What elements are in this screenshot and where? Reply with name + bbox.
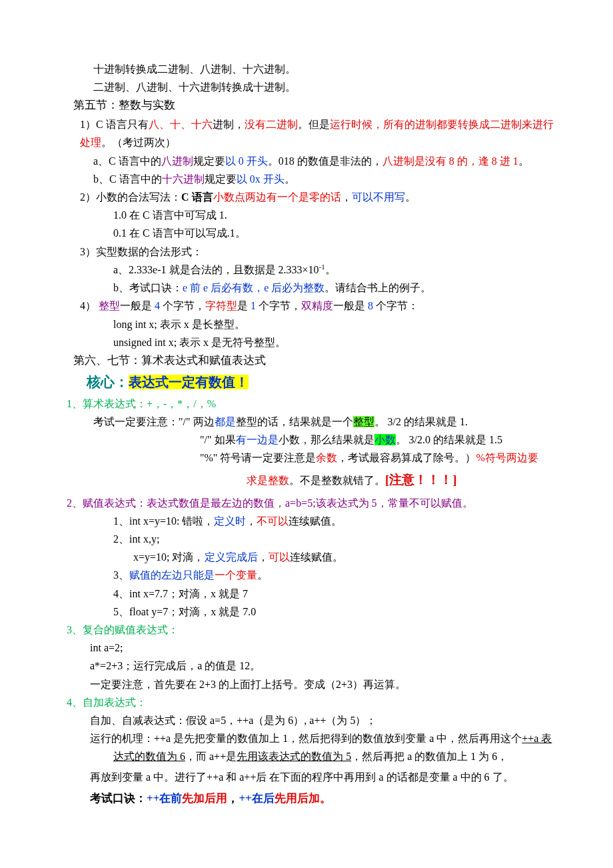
text-warn: [注意！！！]	[385, 473, 457, 487]
text: 4）	[80, 300, 99, 311]
text: 整型的话，结果就是一个	[236, 416, 353, 427]
s5-4-line1: long int x; 表示 x 是长整型。	[53, 315, 560, 333]
text-red: 没有二进制	[245, 119, 298, 130]
expr-3-line2: a*=2+3；运行完成后，a 的值是 12。	[53, 657, 560, 675]
s5-2-line1: 1.0 在 C 语言中可写成 1.	[53, 206, 560, 224]
expr-4-koujue: 考试口诀：++在前先加后用，++在后先用后加。	[53, 789, 560, 809]
text: 。 3/2 的结果就是 1.	[374, 416, 468, 427]
line-bin-conv: 二进制、八进制、十六进制转换成十进制。	[53, 78, 560, 96]
text: 一般是	[120, 300, 155, 311]
text: 运行的机理：++a 是先把变量的数值加上 1，然后把得到的数值放到变量 a 中，…	[90, 733, 522, 744]
expr-1-line1: 考试一定要注意："/" 两边都是整型的话，结果就是一个整型。 3/2 的结果就是…	[53, 413, 560, 431]
section-5-title: 第五节：整数与实数	[53, 96, 560, 115]
s5-3-line2: b、考试口诀：e 前 e 后必有数，e 后必为整数。请结合书上的例子。	[53, 279, 560, 297]
text: 。（考过两次）	[101, 137, 176, 148]
expr-2-title: 2、赋值表达式：表达式数值是最左边的数值，a=b=5;该表达式为 5，常量不可以…	[53, 494, 560, 512]
text-red: 一个变量	[215, 569, 257, 581]
text-hl: 小数	[374, 434, 396, 445]
text-red: 求是整数	[247, 475, 289, 486]
text-red: 字符型	[205, 300, 237, 311]
expr-3-line3: 一定要注意，首先要在 2+3 的上面打上括号。变成（2+3）再运算。	[53, 675, 560, 693]
text: 进制，	[213, 119, 245, 130]
text: 个字节：	[373, 300, 418, 311]
expr-2-line4: 3、赋值的左边只能是一个变量。	[53, 566, 560, 584]
text-bold: C 语言	[181, 191, 213, 203]
text: 。	[285, 173, 295, 185]
text: 是	[237, 300, 251, 311]
text: ，考试最容易算成了除号。）	[337, 452, 476, 463]
text: "%" 符号请一定要注意是	[200, 452, 316, 463]
expr-1-line3: "%" 符号请一定要注意是余数，考试最容易算成了除号。）%符号两边要	[53, 449, 560, 467]
text-red: 不可以	[257, 515, 289, 527]
text-blue: 都是	[215, 416, 236, 427]
s5-point-1b: b、C 语言中的十六进制规定要以 0x 开头。	[53, 170, 560, 188]
expr-3-title: 3、复合的赋值表达式：	[53, 621, 560, 639]
text-red: %符号两边要	[476, 452, 538, 463]
expr-2-line6: 5、float y=7；对滴，x 就是 7.0	[53, 603, 560, 621]
kk-end: 。	[320, 792, 331, 805]
text: 1）C 语言只有	[80, 119, 149, 130]
s5-3-line1: a、2.333e-1 就是合法的，且数据是 2.333×10-1。	[53, 261, 560, 279]
superscript: -1	[319, 263, 325, 271]
text: 个字节，	[160, 300, 205, 311]
text: 规定要	[193, 155, 225, 167]
text: 一般是	[333, 300, 368, 311]
kk-sep: ，	[227, 792, 239, 805]
text: 。不是整数就错了。	[289, 475, 385, 486]
text-underline: 先用该表达式的数值为 5	[237, 751, 351, 762]
core-line: 核心：表达式一定有数值！	[53, 371, 560, 395]
s5-point-3: 3）实型数据的合法形式：	[53, 243, 560, 261]
text-purple: 十六进制	[162, 173, 205, 185]
text-red: 余数	[316, 452, 337, 463]
text-blue: 赋值的左边只能是	[129, 569, 215, 581]
text: b、C 语言中的	[93, 173, 162, 185]
text: a、2.333e-1 就是合法的，且数据是 2.333×10	[113, 264, 319, 275]
text: 。但是	[298, 119, 330, 130]
text: 。 3/2.0 的结果就是 1.5	[396, 434, 502, 445]
text: a、C 语言中的	[93, 155, 161, 167]
s5-point-4: 4） 整型一般是 4 个字节，字符型是 1 个字节，双精度一般是 8 个字节：	[53, 297, 560, 315]
text-blue: 可以不用写	[352, 191, 405, 203]
text: 规定要	[205, 173, 237, 185]
text: ，而 a++是	[185, 751, 237, 762]
text: ，	[258, 551, 269, 563]
core-label: 核心：	[87, 374, 129, 390]
text-red: 八、十、十六	[149, 119, 213, 130]
line-dec-conv: 十进制转换成二进制、八进制、十六进制。	[53, 60, 560, 78]
text: "/" 如果	[200, 434, 236, 445]
text: 3、	[113, 569, 129, 581]
text-blue: 定义时	[214, 515, 246, 527]
text: 考试一定要注意："/" 两边	[93, 416, 215, 427]
text: x=y=10; 对滴，	[133, 551, 205, 563]
expr-1-line2: "/" 如果有一边是小数，那么结果就是小数。 3/2.0 的结果就是 1.5	[53, 431, 560, 449]
text: ，	[341, 191, 352, 203]
text: 。	[405, 191, 416, 203]
core-highlight: 表达式一定有数值！	[129, 375, 249, 389]
text: b、考试口诀：	[113, 282, 183, 293]
text: 1、int x=y=10: 错啦，	[113, 515, 214, 527]
text: 。018 的数值是非法的，	[268, 155, 382, 167]
text-blue: 4	[155, 300, 160, 311]
expr-1-line4: 求是整数。不是整数就错了。[注意！！！]	[53, 469, 560, 491]
text: ，	[246, 515, 257, 527]
text: ，然后再把 a 的数值加上 1 为 6，	[351, 751, 508, 762]
s5-point-1: 1）C 语言只有八、十、十六进制，没有二进制。但是运行时候，所有的进制都要转换成…	[53, 115, 560, 151]
text-purple: 整型	[99, 300, 120, 311]
kk-red: 先加后用	[182, 792, 227, 805]
text: 小数，那么结果就是	[279, 434, 374, 445]
text: 。	[518, 155, 529, 167]
expr-4-line3: 再放到变量 a 中。进行了++a 和 a++后 在下面的程序中再用到 a 的话都…	[53, 768, 560, 786]
text-blue: 1	[251, 300, 256, 311]
s5-4-line2: unsigned int x; 表示 x 是无符号整型。	[53, 333, 560, 351]
expr-2-line3: x=y=10; 对滴，定义完成后，可以连续赋值。	[53, 548, 560, 566]
text-blue: 以 0 开头	[225, 155, 268, 167]
expr-3-line1: int a=2;	[53, 639, 560, 657]
text-blue: 8	[368, 300, 373, 311]
expr-2-line2: 2、int x,y;	[53, 530, 560, 548]
kk-label: 考试口诀：	[90, 792, 147, 805]
text-blue: 以 0x 开头	[237, 173, 285, 185]
text: 连续赋值。	[289, 515, 342, 527]
expr-1-title: 1、算术表达式：+，-，*，/，%	[53, 395, 560, 413]
s5-point-1a: a、C 语言中的八进制规定要以 0 开头。018 的数值是非法的，八进制是没有 …	[53, 152, 560, 170]
expr-2-line1: 1、int x=y=10: 错啦，定义时，不可以连续赋值。	[53, 512, 560, 530]
